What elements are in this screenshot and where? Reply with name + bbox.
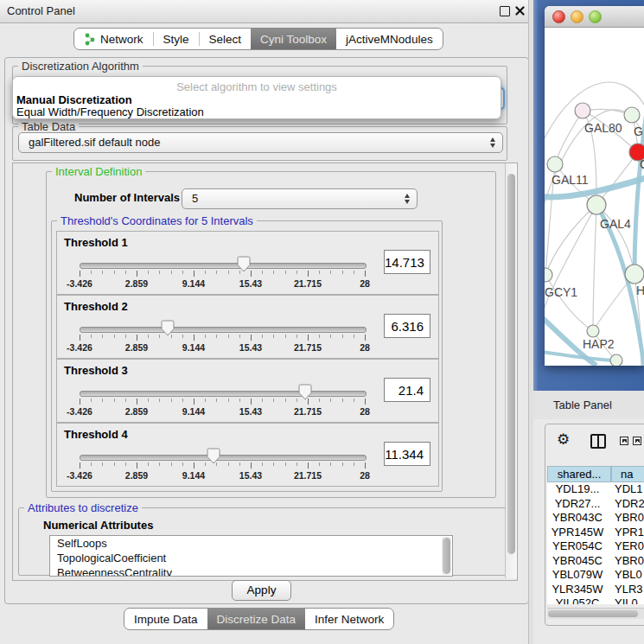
table-row[interactable]: YLR345WYLR3	[547, 583, 644, 597]
table-row[interactable]: YPR145WYPR1	[547, 526, 644, 540]
columns-icon[interactable]	[590, 434, 606, 449]
select-all-checkbox-icon[interactable]	[620, 437, 628, 445]
tab-impute-data[interactable]: Impute Data	[124, 609, 207, 629]
table-row[interactable]: YDR27...YDR2	[547, 497, 644, 512]
attributes-group: Attributes to discretize Numerical Attri…	[18, 507, 508, 576]
slider-tick	[159, 462, 160, 466]
slider-tick	[251, 271, 252, 277]
zoom-window-icon[interactable]	[589, 10, 602, 23]
close-window-icon[interactable]	[552, 10, 565, 23]
table-row[interactable]: YIL052CYIL0	[547, 596, 644, 604]
tick-label: -3.426	[67, 278, 92, 289]
network-canvas[interactable]: GAL80GCGAL11GAL4GCY1HHAP2	[545, 27, 644, 366]
gal11-node[interactable]	[547, 156, 563, 172]
slider-tick	[91, 462, 92, 466]
deselect-all-checkbox-icon[interactable]	[633, 437, 641, 445]
node-attribute-table[interactable]: shared... na YDL19...YDL1YDR27...YDR2YBR…	[547, 466, 644, 604]
slider-tick	[296, 399, 297, 402]
slider-tick	[319, 335, 320, 338]
threshold-label: Threshold 1	[64, 236, 128, 249]
slider-tick	[342, 399, 343, 402]
tab-jactivemnodules[interactable]: jActiveMNodules	[336, 29, 443, 49]
slider-ticks	[80, 271, 365, 278]
table-row[interactable]: YBR043CYBR0	[547, 511, 644, 526]
slider-tick	[319, 271, 320, 274]
network-view-window[interactable]: GAL80GCGAL11GAL4GCY1HHAP2	[545, 6, 644, 366]
table-row[interactable]: YBL079WYBL0	[547, 568, 644, 583]
slider-tick	[205, 335, 206, 338]
numerical-attributes-list[interactable]: SelfLoopsTopologicalCoefficientBetweenne…	[49, 535, 453, 577]
slider-track[interactable]	[80, 327, 367, 333]
slider-tick	[102, 271, 103, 274]
dropdown-option-equal-width-frequency[interactable]: Equal Width/Frequency Discretization	[16, 105, 204, 118]
table-row[interactable]: YER054CYER0	[547, 539, 644, 554]
table-row[interactable]: YBR045CYBR0	[547, 554, 644, 569]
float-window-icon[interactable]	[500, 6, 510, 16]
slider-tick	[216, 399, 217, 402]
cell-shared-name: YLR345W	[547, 583, 608, 597]
node-label: GCY1	[545, 285, 577, 299]
column-header-name[interactable]: na	[611, 466, 644, 482]
list-scrollbar[interactable]	[442, 537, 451, 575]
tick-label: 15.43	[239, 470, 262, 481]
network-window-titlebar[interactable]	[545, 6, 644, 28]
list-item[interactable]: BetweennessCentrality	[50, 565, 452, 577]
apply-button[interactable]: Apply	[232, 580, 291, 601]
dropdown-option-manual-discretization[interactable]: Manual Discretization	[16, 93, 132, 106]
close-icon[interactable]	[515, 6, 525, 16]
g-node[interactable]	[624, 107, 640, 123]
slider-tick	[342, 271, 343, 274]
slider-tick-labels: -3.4262.8599.14415.4321.71528	[57, 278, 438, 290]
tab-select[interactable]: Select	[200, 29, 252, 49]
tab-network[interactable]: Network	[74, 29, 153, 49]
tab-infer-network[interactable]: Infer Network	[305, 609, 393, 629]
slider-tick	[365, 271, 366, 277]
tab-discretize-data[interactable]: Discretize Data	[207, 609, 306, 629]
threshold-value-field[interactable]: 21.4	[384, 378, 430, 402]
threshold-value-field[interactable]: 11.344	[384, 442, 430, 466]
slider-tick	[194, 271, 194, 277]
tick-label: 2.859	[125, 278, 148, 289]
slider-tick	[319, 462, 320, 466]
minimize-window-icon[interactable]	[571, 10, 583, 23]
tab-cyni-toolbox[interactable]: Cyni Toolbox	[251, 29, 336, 49]
cell-name: YBL0	[608, 568, 642, 583]
table-row[interactable]: YDL19...YDL1	[547, 482, 644, 497]
slider-tick	[182, 271, 183, 274]
tick-label: 21.715	[294, 406, 322, 417]
number-of-intervals-combobox[interactable]: 5	[182, 188, 418, 209]
slider-tick	[91, 399, 92, 402]
slider-track[interactable]	[80, 455, 367, 461]
tab-style[interactable]: Style	[154, 29, 199, 49]
slider-tick	[159, 335, 160, 338]
threshold-value-field[interactable]: 6.316	[384, 314, 430, 338]
slider-track[interactable]	[80, 391, 367, 397]
gal4-node[interactable]	[587, 195, 606, 214]
h-node[interactable]	[625, 265, 644, 284]
node-label: GAL80	[584, 121, 622, 135]
slider-tick	[114, 271, 115, 274]
table-horizontal-scrollbar[interactable]	[547, 608, 644, 619]
node-label: H	[636, 284, 644, 297]
gear-icon[interactable]: ⚙	[557, 431, 570, 449]
unnamed-node[interactable]	[610, 354, 622, 366]
hap2-node[interactable]	[587, 325, 599, 337]
scrollbar-thumb[interactable]	[548, 610, 638, 617]
control-panel-titlebar: Control Panel	[0, 0, 533, 23]
gal80-node[interactable]	[575, 103, 590, 118]
slider-tick	[239, 462, 240, 466]
slider-tick	[91, 271, 92, 274]
pane-scrollbar[interactable]	[505, 163, 517, 578]
slider-tick	[251, 399, 252, 405]
table-panel: ⚙ shared... na YDL19...YDL1YDR27...YDR2Y…	[533, 419, 644, 644]
table-data-combobox[interactable]: galFiltered.sif default node	[18, 132, 503, 153]
slider-tick	[262, 335, 263, 338]
gcy1-node[interactable]	[545, 268, 552, 282]
tab-label: Discretize Data	[217, 613, 296, 626]
list-item[interactable]: TopologicalCoefficient	[50, 551, 452, 565]
threshold-value-field[interactable]: 14.713	[384, 250, 430, 274]
tick-label: -3.426	[67, 470, 92, 481]
column-header-shared[interactable]: shared...	[547, 466, 611, 482]
slider-track[interactable]	[80, 263, 367, 269]
list-item[interactable]: SelfLoops	[50, 536, 452, 551]
